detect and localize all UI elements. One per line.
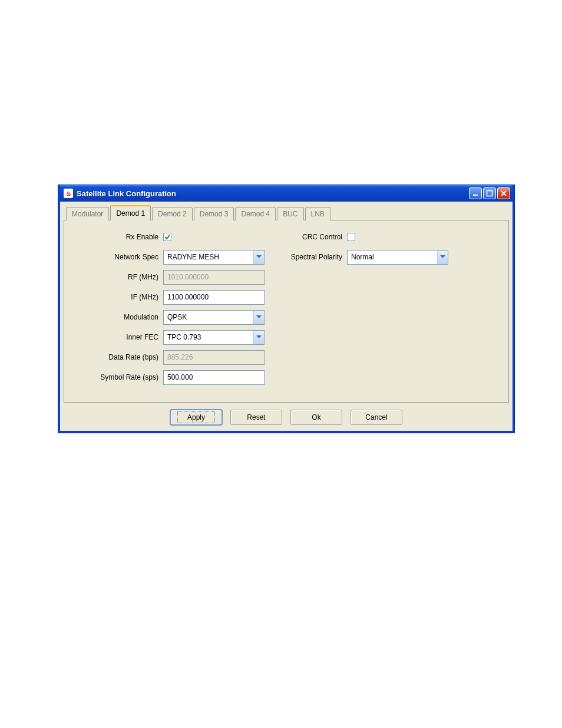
if-input[interactable]: 1100.000000 — [163, 290, 265, 305]
tab-buc[interactable]: BUC — [277, 207, 303, 220]
spectral-polarity-select[interactable]: Normal — [347, 250, 448, 265]
crc-control-label: CRC Control — [288, 233, 347, 241]
spectral-polarity-value: Normal — [348, 251, 437, 264]
tab-demod-4[interactable]: Demod 4 — [235, 207, 276, 220]
inner-fec-label: Inner FEC — [75, 333, 163, 341]
apply-button-label: Apply — [177, 411, 215, 423]
close-button[interactable] — [497, 187, 510, 199]
spectral-polarity-label: Spectral Polarity — [288, 253, 347, 261]
network-spec-label: Network Spec — [75, 253, 163, 261]
network-spec-select[interactable]: RADYNE MESH — [163, 250, 265, 265]
left-column: Rx Enable Network Spec RADYNE MESH — [75, 229, 265, 389]
crc-control-checkbox[interactable] — [347, 233, 355, 241]
modulation-label: Modulation — [75, 313, 163, 321]
symbol-rate-input[interactable]: 500,000 — [163, 370, 265, 385]
data-rate-label: Data Rate (bps) — [75, 353, 163, 361]
svg-rect-1 — [487, 191, 492, 196]
tab-demod-3[interactable]: Demod 3 — [194, 207, 234, 220]
chevron-down-icon — [253, 311, 264, 324]
button-bar: Apply Reset Ok Cancel — [64, 403, 509, 425]
tabstrip: Modulator Demod 1 Demod 2 Demod 3 Demod … — [64, 205, 509, 220]
data-rate-input: 885,226 — [163, 350, 265, 365]
dialog-window: ♨ Satellite Link Configuration Modulator… — [58, 185, 514, 433]
reset-button[interactable]: Reset — [230, 410, 282, 425]
network-spec-value: RADYNE MESH — [164, 251, 253, 264]
svg-rect-0 — [473, 195, 478, 196]
ok-button[interactable]: Ok — [290, 410, 342, 425]
inner-fec-select[interactable]: TPC 0.793 — [163, 330, 265, 345]
chevron-down-icon — [253, 331, 264, 344]
apply-button[interactable]: Apply — [170, 410, 222, 425]
rf-label: RF (MHz) — [75, 273, 163, 281]
tab-lnb[interactable]: LNB — [305, 207, 330, 220]
inner-fec-value: TPC 0.793 — [164, 331, 253, 344]
tab-modulator[interactable]: Modulator — [66, 207, 109, 220]
rx-enable-label: Rx Enable — [75, 233, 163, 241]
modulation-select[interactable]: QPSK — [163, 310, 265, 325]
symbol-rate-label: Symbol Rate (sps) — [75, 373, 163, 381]
rf-input: 1010.000000 — [163, 270, 265, 285]
chevron-down-icon — [437, 251, 448, 264]
tab-demod-2[interactable]: Demod 2 — [152, 207, 193, 220]
tab-demod-1[interactable]: Demod 1 — [110, 205, 151, 220]
java-icon: ♨ — [64, 189, 73, 198]
rx-enable-checkbox[interactable] — [163, 233, 171, 241]
titlebar: ♨ Satellite Link Configuration — [60, 185, 513, 202]
cancel-button[interactable]: Cancel — [351, 410, 402, 425]
right-column: CRC Control Spectral Polarity Normal — [288, 229, 448, 389]
minimize-button[interactable] — [469, 187, 482, 199]
tab-panel-demod-1: Rx Enable Network Spec RADYNE MESH — [64, 220, 509, 403]
maximize-button[interactable] — [483, 187, 496, 199]
chevron-down-icon — [253, 251, 264, 264]
if-label: IF (MHz) — [75, 293, 163, 301]
modulation-value: QPSK — [164, 311, 253, 324]
window-title: Satellite Link Configuration — [77, 189, 469, 198]
client-area: Modulator Demod 1 Demod 2 Demod 3 Demod … — [60, 202, 513, 431]
window-control-buttons — [469, 187, 510, 199]
